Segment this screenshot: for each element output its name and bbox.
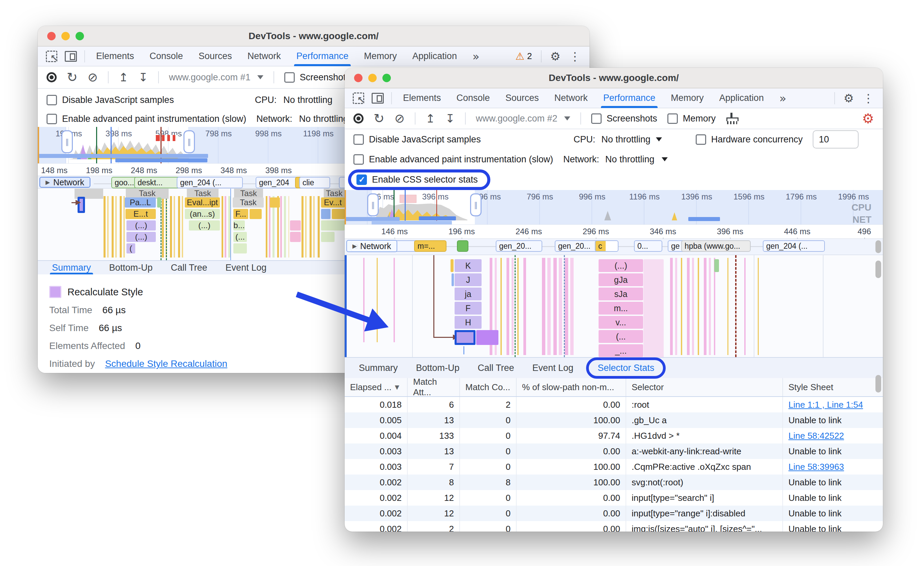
table-row[interactable]: 0.002 8 8 100.00 svg:not(:root) Unable t… [345,474,883,490]
clear-recording-icon[interactable]: ⊘ [394,112,405,125]
cpu-throttling-select[interactable]: No throttling [283,95,333,105]
network-track-header[interactable]: ▶ Network [39,177,90,188]
network-request-chip[interactable]: gen_20... [496,240,542,252]
hardware-concurrency-input[interactable]: 10 [813,130,859,149]
details-tab[interactable]: Event Log [526,358,580,378]
devtools-tab[interactable]: Elements [88,47,142,66]
kebab-menu-icon[interactable]: ⋮ [569,51,581,62]
details-tab[interactable]: Selector Stats [586,357,666,379]
flame-event-block[interactable]: (...) [598,259,643,272]
overview-left-handle[interactable]: ∥ [62,130,73,153]
close-window-button[interactable] [47,32,56,40]
flame-event-block[interactable]: _... [598,344,643,357]
flame-event-block[interactable]: ( [126,243,135,253]
titlebar[interactable]: DevTools - www.google.com/ [345,68,883,89]
flame-event-block[interactable] [332,209,345,219]
flame-event-block[interactable] [233,243,247,253]
scrollbar-thumb[interactable] [876,375,881,393]
load-profile-icon[interactable]: ↥ [426,113,435,124]
minimize-window-button[interactable] [62,32,70,40]
flame-event-block[interactable]: (...) [189,220,220,230]
titlebar[interactable]: DevTools - www.google.com/ [38,26,590,47]
devtools-tab[interactable]: Elements [395,89,449,108]
issues-badge[interactable]: ⚠2 [515,50,532,62]
cell-style-sheet[interactable]: Line 58:42522 [782,428,883,444]
reload-and-record-icon[interactable]: ↻ [374,112,384,125]
main-thread-flamechart[interactable]: KJjaFH (...)gJasJam...v...(..._... [345,255,883,357]
advanced-paint-checkbox[interactable]: Enable advanced paint instrumentation (s… [353,154,553,165]
network-request-chip[interactable]: gen_20... [555,240,601,252]
flame-event-block[interactable]: H [454,316,482,329]
kebab-menu-icon[interactable]: ⋮ [862,92,874,104]
flame-event-block[interactable]: F [454,302,482,315]
history-dropdown[interactable]: www.google.com #2 [476,113,570,124]
flame-event-block[interactable]: b... [233,220,245,230]
flame-event-block[interactable]: (... [598,330,643,343]
column-header-match-count[interactable]: Match Co... [459,378,516,396]
summary-value[interactable]: 66 µs [99,323,122,333]
network-request-chip[interactable]: gen_204 [256,177,301,188]
flame-event-block[interactable] [321,232,334,242]
table-row[interactable]: 0.018 6 2 0.00 :root Line 1:1 , Line 1:5… [345,397,883,412]
devtools-tab[interactable]: Network [240,47,289,66]
scrollbar-thumb[interactable] [876,240,881,253]
screenshots-checkbox[interactable]: Screenshots [284,72,350,83]
flame-event-block[interactable] [290,220,301,230]
network-request-chip[interactable]: m=... [414,240,447,252]
table-row[interactable]: 0.005 13 0 100.00 .gb_Uc a Unable to lin… [345,412,883,428]
table-row[interactable]: 0.002 2 0 0.00 img:is([sizes="auto" i], … [345,521,883,531]
flame-event-block[interactable]: F... [233,209,248,219]
device-toolbar-icon[interactable] [65,51,77,62]
devtools-tab[interactable]: Console [449,89,498,108]
inspect-element-icon[interactable]: ↖ [353,92,364,104]
disable-js-samples-checkbox[interactable]: Disable JavaScript samples [46,95,174,105]
column-header-style-sheet[interactable]: Style Sheet [782,378,883,396]
summary-value[interactable]: Schedule Style Recalculation [105,358,227,369]
flame-event-block[interactable] [321,209,330,219]
cell-style-sheet[interactable]: Line 58:39963 [782,459,883,474]
details-tab[interactable]: Bottom-Up [410,358,466,378]
summary-value[interactable]: 66 µs [102,305,126,316]
flame-event-block[interactable]: sJa [598,288,643,300]
memory-checkbox[interactable]: Memory [668,113,716,124]
flame-event-block[interactable] [270,197,280,208]
devtools-tab[interactable]: Network [547,89,596,108]
flame-event-block[interactable]: gJa [598,273,643,286]
flame-event-block[interactable]: (...) [126,232,156,242]
flame-event-block[interactable]: Eval...ipt [185,197,220,208]
devtools-tab[interactable]: Application [405,47,465,66]
devtools-tab[interactable]: Console [142,47,191,66]
table-row[interactable]: 0.002 12 0 0.00 input[type="search" i] U… [345,490,883,506]
devtools-tab[interactable]: Performance [596,89,663,108]
table-row[interactable]: 0.003 7 0 100.00 .CqmPRe:active .oXqZxc … [345,459,883,474]
devtools-tab[interactable]: Application [711,89,772,108]
cell-style-sheet[interactable]: Unable to link [782,444,883,459]
settings-gear-icon[interactable]: ⚙ [550,51,561,62]
record-icon[interactable] [353,113,363,123]
network-throttling-select[interactable]: No throttling [299,114,348,124]
settings-gear-icon[interactable]: ⚙ [844,92,854,104]
devtools-tab[interactable]: Sources [191,47,240,66]
details-tab[interactable]: Call Tree [164,261,214,274]
selected-event-block[interactable] [454,330,476,345]
network-request-chip[interactable]: deskt... [134,177,182,188]
flame-event-block[interactable] [157,197,161,208]
flame-event-block[interactable]: ja [454,288,482,300]
summary-value[interactable]: 0 [135,340,141,351]
network-request-chip[interactable]: gen_204 (... [177,177,243,188]
details-tab[interactable]: Event Log [219,261,273,274]
close-window-button[interactable] [354,74,363,82]
table-row[interactable]: 0.003 13 0 0.00 a:-webkit-any-link:read-… [345,444,883,459]
flame-event-block[interactable]: K [454,259,482,272]
save-profile-icon[interactable]: ↧ [446,113,455,124]
column-header-match-attempts[interactable]: Match Att... [407,378,459,396]
network-request-chip[interactable]: c [595,240,618,252]
devtools-tab[interactable]: Memory [356,47,405,66]
details-tab[interactable]: Summary [352,358,405,378]
save-profile-icon[interactable]: ↧ [139,72,148,83]
network-request-chip[interactable]: hpba (www.go... [681,240,751,252]
flame-event-block[interactable]: Task [232,197,264,208]
flame-event-block[interactable] [290,232,301,242]
advanced-paint-checkbox[interactable]: Enable advanced paint instrumentation (s… [46,114,246,124]
flame-event-block[interactable]: (...) [126,220,156,230]
